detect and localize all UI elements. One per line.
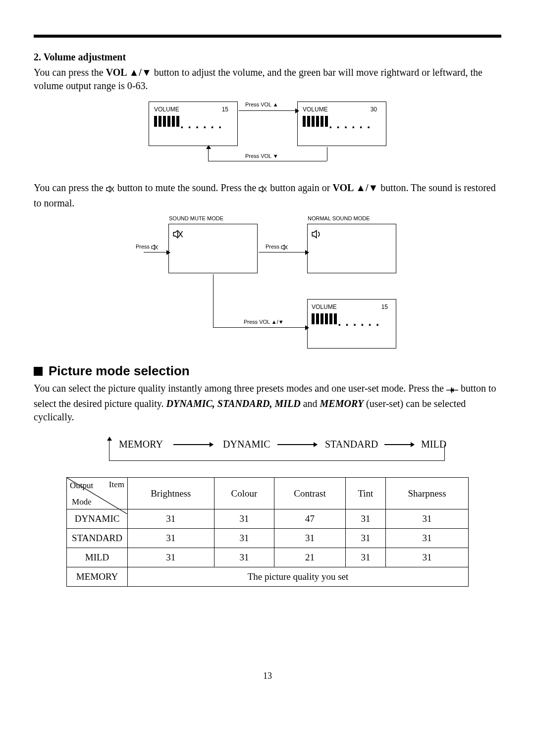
page-number: 13 — [34, 671, 501, 681]
table-row: MEMORY The picture quality you set — [67, 567, 469, 587]
cycle-item: STANDARD — [325, 439, 378, 450]
diagram-mute-flow: SOUND MUTE MODE NORMAL SOUND MODE VOLUME… — [139, 215, 396, 349]
speaker-icon — [312, 229, 392, 242]
arrowhead-right-icon — [305, 250, 309, 255]
row-name: MEMORY — [67, 567, 128, 587]
corner-item-label: Item — [109, 480, 124, 490]
corner-output-label: Output — [70, 481, 93, 491]
col-header: Brightness — [128, 478, 214, 509]
arrow-line — [208, 161, 327, 161]
text: You can select the picture quality insta… — [34, 383, 446, 394]
arrow-line — [144, 252, 167, 252]
mute-icon — [173, 229, 253, 242]
cell: 31 — [128, 548, 214, 567]
cell: 31 — [128, 529, 214, 548]
paragraph-volume: You can press the VOL ▲/▼ button to adju… — [34, 66, 501, 93]
arrowhead-right-icon — [305, 325, 309, 330]
paragraph-mute: You can press the button to mute the sou… — [34, 181, 501, 210]
col-header: Contrast — [274, 478, 345, 509]
text: and — [301, 398, 320, 409]
cycle-line — [444, 445, 445, 460]
cell: 31 — [386, 509, 469, 529]
value: 30 — [371, 106, 377, 113]
cell: 31 — [345, 509, 385, 529]
text: You can press the — [34, 182, 106, 193]
normal-mode-box: NORMAL SOUND MODE — [307, 224, 396, 273]
cell: 31 — [386, 548, 469, 567]
cycle-item: MEMORY — [119, 439, 163, 450]
mute-icon — [151, 244, 159, 252]
vol-up-down-label: VOL ▲/▼ — [332, 182, 378, 193]
arrow-right-icon — [173, 444, 213, 445]
arrow-right-icon — [384, 444, 414, 445]
cell: 31 — [345, 548, 385, 567]
col-header: Sharpness — [386, 478, 469, 509]
diagram-volume-bar: VOLUME15 . . . . . . VOLUME30 . . . . . … — [149, 98, 386, 169]
press-vol-down-label: Press VOL ▼ — [245, 153, 278, 159]
normal-mode-title: NORMAL SOUND MODE — [308, 215, 370, 221]
arrowhead-up-icon — [107, 437, 112, 441]
row-name: MILD — [67, 548, 128, 567]
text: You can press the — [34, 67, 106, 78]
arrow-line — [208, 147, 209, 161]
label: VOLUME — [312, 303, 337, 310]
mode-cycle-diagram: MEMORY DYNAMIC STANDARD MILD — [94, 433, 441, 462]
corner-mode-label: Mode — [72, 497, 92, 507]
text: Press — [136, 244, 151, 250]
row-name: STANDARD — [67, 529, 128, 548]
cell: 31 — [214, 529, 274, 548]
mute-icon — [281, 244, 288, 252]
memory-cell: The picture quality you set — [128, 567, 469, 587]
arrow-line — [259, 252, 306, 252]
col-header: Tint — [345, 478, 385, 509]
table-header-row: Output Item Mode Brightness Colour Contr… — [67, 478, 469, 509]
mute-icon — [259, 183, 268, 197]
arrow-line — [213, 327, 306, 328]
press-vol-up-label: Press VOL ▲ — [245, 101, 278, 107]
press-mute-label: Press — [266, 244, 288, 252]
table-corner-cell: Output Item Mode — [67, 478, 128, 509]
cycle-item: DYNAMIC — [223, 439, 270, 450]
text: button again or — [270, 182, 332, 193]
col-header: Colour — [214, 478, 274, 509]
volume-box-right: VOLUME30 . . . . . . — [297, 101, 386, 146]
cell: 31 — [345, 529, 385, 548]
cycle-line — [109, 460, 445, 461]
arrow-right-icon — [277, 444, 317, 445]
mute-mode-title: SOUND MUTE MODE — [169, 215, 223, 221]
value: 15 — [381, 303, 388, 310]
cell: 31 — [386, 529, 469, 548]
press-vol-ud-label: Press VOL ▲/▼ — [244, 319, 284, 325]
picture-mode-button-icon — [446, 384, 458, 397]
vol-up-down-label: VOL ▲/▼ — [106, 67, 152, 78]
arrow-line — [239, 110, 296, 111]
table-row: MILD 31 31 21 31 31 — [67, 548, 469, 567]
arrow-line — [327, 147, 327, 161]
table-row: STANDARD 31 31 31 31 31 — [67, 529, 469, 548]
picture-mode-table: Output Item Mode Brightness Colour Contr… — [66, 477, 469, 587]
modes-list: DYNAMIC, STANDARD, MILD — [166, 398, 301, 409]
arrowhead-right-icon — [166, 250, 170, 255]
mute-mode-box: SOUND MUTE MODE — [168, 224, 258, 273]
mute-icon — [106, 183, 115, 197]
press-mute-label: Press — [136, 244, 159, 252]
page-top-rule — [34, 35, 501, 38]
arrow-line — [213, 274, 214, 328]
cycle-line — [109, 441, 109, 460]
value: 15 — [222, 106, 228, 113]
label: VOLUME — [303, 106, 328, 113]
cycle-item: MILD — [421, 439, 446, 450]
cell: 21 — [274, 548, 345, 567]
cell: 47 — [274, 509, 345, 529]
cell: 31 — [128, 509, 214, 529]
cell: 31 — [274, 529, 345, 548]
heading-volume-adjustment: 2. Volume adjustment — [34, 51, 501, 63]
volume-box-left: VOLUME15 . . . . . . — [149, 101, 238, 146]
paragraph-picture-mode: You can select the picture quality insta… — [34, 382, 501, 424]
text: button to mute the sound. Press the — [117, 182, 259, 193]
cell: 31 — [214, 548, 274, 567]
section-heading-picture-mode: Picture mode selection — [34, 363, 501, 379]
section-title: Picture mode selection — [49, 363, 190, 379]
arrowhead-up-icon — [206, 145, 211, 149]
volume-bars: . . . . . . — [312, 313, 392, 324]
